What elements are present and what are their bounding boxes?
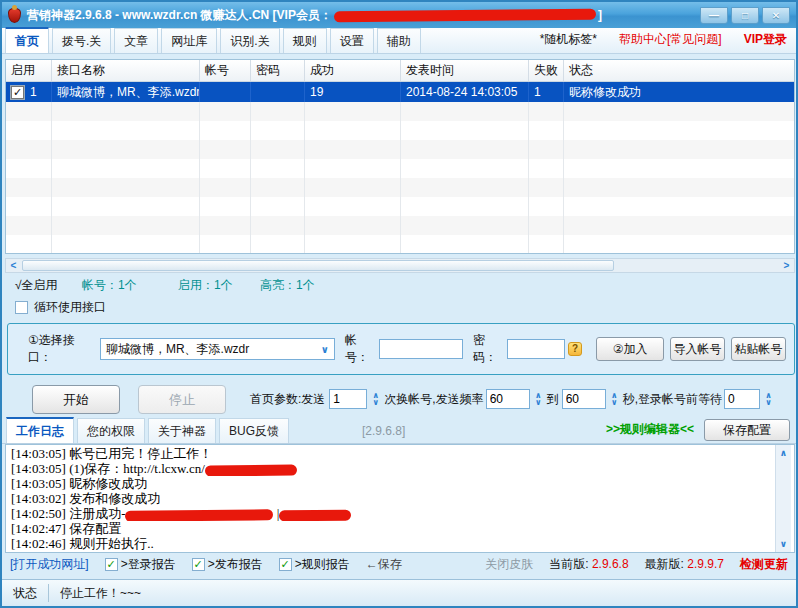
tab-dial[interactable]: 拨号.关 — [52, 28, 111, 53]
rule-report-checkbox[interactable]: ✓ — [279, 558, 292, 571]
tab-recognize[interactable]: 识别.关 — [220, 28, 279, 53]
table-header: 启用 接口名称 帐号 密码 成功 发表时间 失败 状态 — [6, 60, 794, 82]
tab-urllib[interactable]: 网址库 — [161, 28, 217, 53]
paste-accounts-button[interactable]: 粘贴帐号 — [731, 337, 786, 361]
close-skin-link[interactable]: 关闭皮肤 — [485, 556, 533, 573]
wait-stepper[interactable]: ∧∨ — [762, 389, 775, 409]
publish-report-option[interactable]: ✓ >发布报告 — [192, 556, 263, 573]
row-enable-checkbox[interactable]: ✓ — [11, 86, 24, 99]
col-password[interactable]: 密码 — [251, 60, 305, 81]
table-h-scrollbar[interactable]: < > — [5, 258, 795, 273]
col-publish-time[interactable]: 发表时间 — [401, 60, 529, 81]
close-button[interactable]: ✕ — [762, 7, 790, 24]
col-success[interactable]: 成功 — [305, 60, 401, 81]
tab-settings[interactable]: 设置 — [330, 28, 374, 53]
scroll-down-icon[interactable]: ∨ — [780, 539, 787, 549]
col-enable[interactable]: 启用 — [6, 60, 52, 81]
redacted-vip-name — [334, 8, 596, 22]
loop-checkbox[interactable] — [15, 301, 28, 314]
log-tab-bar: 工作日志 您的权限 关于神器 BUG反馈 [2.9.6.8] >>规则编辑器<<… — [2, 418, 796, 444]
password-input[interactable] — [507, 339, 565, 359]
row-number: 1 — [30, 85, 37, 99]
col-interface-name[interactable]: 接口名称 — [52, 60, 200, 81]
open-success-url-link[interactable]: [打开成功网址] — [10, 556, 89, 573]
tab-about[interactable]: 关于神器 — [148, 418, 216, 443]
log-line: [14:03:05] 昵称修改成功 — [11, 476, 789, 491]
random-tag-link[interactable]: *随机标签* — [540, 31, 597, 48]
log-line: [14:02:47] 保存配置 — [11, 521, 789, 536]
freq-to-input[interactable] — [562, 389, 606, 409]
window-title: 营销神器2.9.6.8 - www.wzdr.cn 微赚达人.CN [VIP会员… — [27, 7, 332, 24]
row-fail: 1 — [529, 82, 564, 102]
tab-work-log[interactable]: 工作日志 — [6, 417, 74, 443]
loop-label: 循环使用接口 — [34, 299, 106, 316]
table-row-selected[interactable]: ✓ 1 聊城微博，MR、李添.wzdr 19 2014-08-24 14:03:… — [6, 82, 794, 102]
wait-input[interactable] — [724, 389, 760, 409]
help-center-link[interactable]: 帮助中心[常见问题] — [619, 31, 722, 48]
row-success: 19 — [305, 82, 401, 102]
tab-permissions[interactable]: 您的权限 — [77, 418, 145, 443]
tab-article[interactable]: 文章 — [114, 28, 158, 53]
interface-select-panel: ①选择接口： 聊城微博，MR、李添.wzdr ∨ 帐号： 密码： ? ②加入 导… — [7, 323, 795, 375]
stop-button: 停止 — [138, 385, 226, 414]
login-report-option[interactable]: ✓ >登录报告 — [105, 556, 176, 573]
save-config-button[interactable]: 保存配置 — [704, 419, 790, 441]
redacted-url — [205, 464, 297, 476]
send-count-stepper[interactable]: ∧∨ — [369, 389, 382, 409]
summary-row: √全启用 帐号：1个 启用：1个 高亮：1个 — [2, 277, 796, 293]
login-report-checkbox[interactable]: ✓ — [105, 558, 118, 571]
row-status: 昵称修改成功 — [564, 82, 794, 102]
freq-from-stepper[interactable]: ∧∨ — [532, 389, 545, 409]
tab-assist[interactable]: 辅助 — [377, 28, 421, 53]
rule-editor-link[interactable]: >>规则编辑器<< — [606, 421, 694, 443]
row-password — [251, 82, 305, 102]
window-title-bracket: ] — [598, 8, 602, 22]
add-account-button[interactable]: ②加入 — [596, 337, 664, 361]
status-bar: 状态 停止工作！~~~ — [2, 579, 796, 606]
all-enable-toggle[interactable]: √全启用 — [15, 277, 58, 294]
tab-home[interactable]: 首页 — [5, 27, 49, 53]
col-fail[interactable]: 失败 — [529, 60, 564, 81]
col-account[interactable]: 帐号 — [200, 60, 251, 81]
status-text: 停止工作！~~~ — [49, 585, 141, 602]
control-row: 开始 停止 首页参数:发送 ∧∨ 次换帐号,发送频率 ∧∨ 到 ∧∨ 秒,登录帐… — [2, 383, 796, 415]
row-publish-time: 2014-08-24 14:03:05 — [401, 82, 529, 102]
interface-dropdown-value: 聊城微博，MR、李添.wzdr — [106, 341, 249, 358]
tab-bug-feedback[interactable]: BUG反馈 — [219, 418, 289, 443]
help-icon[interactable]: ? — [568, 342, 582, 356]
redacted-account — [125, 509, 273, 521]
maximize-button[interactable]: □ — [731, 7, 759, 24]
chevron-down-icon: ∨ — [321, 344, 329, 355]
app-icon — [8, 8, 21, 23]
enabled-count: 启用：1个 — [178, 277, 233, 294]
col-status[interactable]: 状态 — [564, 60, 794, 81]
version-tag: [2.9.6.8] — [362, 424, 405, 443]
freq-from-input[interactable] — [486, 389, 530, 409]
log-v-scrollbar[interactable]: ∧ ∨ — [775, 445, 791, 552]
scroll-up-icon[interactable]: ∧ — [780, 448, 787, 458]
select-interface-label: ①选择接口： — [28, 332, 95, 366]
rule-report-option[interactable]: ✓ >规则报告 — [279, 556, 350, 573]
h-scroll-thumb[interactable] — [22, 260, 614, 271]
loop-interface-option[interactable]: 循环使用接口 — [15, 299, 106, 316]
check-update-link[interactable]: 检测更新 — [740, 556, 788, 573]
row-account — [200, 82, 251, 102]
save-arrow-label[interactable]: ←保存 — [366, 556, 402, 573]
scroll-left-icon[interactable]: < — [6, 259, 21, 272]
start-button[interactable]: 开始 — [32, 385, 120, 414]
interface-dropdown[interactable]: 聊城微博，MR、李添.wzdr ∨ — [100, 338, 335, 360]
import-accounts-button[interactable]: 导入帐号 — [670, 337, 725, 361]
log-line: [14:02:50] 注册成功- | — [11, 506, 789, 521]
send-count-input[interactable] — [329, 389, 367, 409]
title-bar: 营销神器2.9.6.8 - www.wzdr.cn 微赚达人.CN [VIP会员… — [2, 2, 796, 28]
app-window: 营销神器2.9.6.8 - www.wzdr.cn 微赚达人.CN [VIP会员… — [0, 0, 798, 608]
work-log-output[interactable]: [14:03:05] 帐号已用完！停止工作！ [14:03:05] (1)保存：… — [5, 444, 795, 553]
tab-rules[interactable]: 规则 — [283, 28, 327, 53]
vip-login-link[interactable]: VIP登录 — [744, 31, 787, 48]
scroll-right-icon[interactable]: > — [779, 259, 794, 272]
account-input[interactable] — [379, 339, 463, 359]
freq-to-stepper[interactable]: ∧∨ — [608, 389, 621, 409]
minimize-button[interactable]: — — [700, 7, 728, 24]
param-freq-label: 次换帐号,发送频率 — [384, 391, 483, 408]
publish-report-checkbox[interactable]: ✓ — [192, 558, 205, 571]
